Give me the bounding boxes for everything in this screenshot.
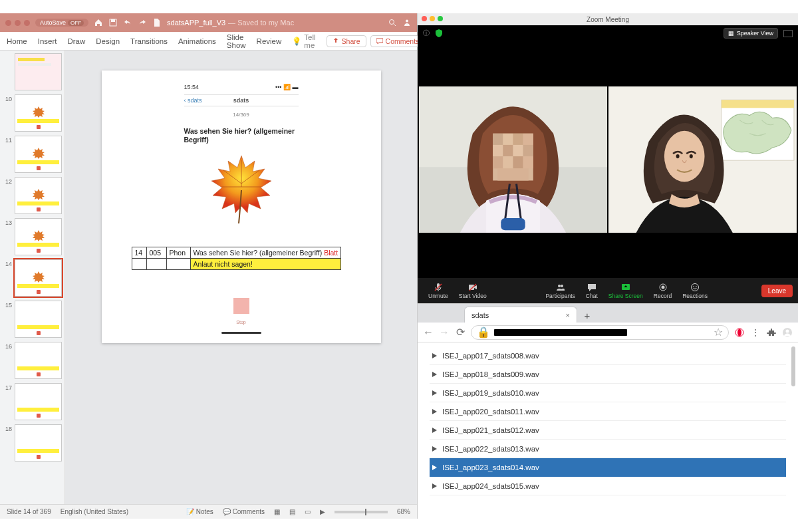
comments-button[interactable]: Comments bbox=[370, 35, 426, 47]
svg-point-4 bbox=[406, 20, 408, 23]
lock-icon: 🔒 bbox=[477, 326, 490, 338]
profile-icon[interactable] bbox=[782, 327, 793, 338]
play-icon bbox=[432, 483, 437, 489]
thumbnail[interactable]: 18 bbox=[3, 424, 62, 462]
participant-video-1[interactable] bbox=[419, 86, 607, 233]
question-text: Was sehen Sie hier? (allgemeiner Begriff… bbox=[184, 127, 299, 144]
nav-forward-icon[interactable]: → bbox=[439, 327, 450, 338]
slide-thumbnails[interactable]: 101112131415161718 bbox=[0, 51, 65, 504]
zoom-top-bar: ⓘ ▦ Speaker View bbox=[418, 25, 798, 41]
svg-rect-13 bbox=[503, 145, 513, 156]
file-row[interactable]: ISEJ_app017_sdats008.wav bbox=[430, 346, 786, 365]
svg-point-32 bbox=[558, 285, 561, 287]
file-row[interactable]: ISEJ_app023_sdats014.wav bbox=[430, 458, 786, 477]
reload-icon[interactable]: ⟳ bbox=[455, 327, 466, 338]
document-title: sdatsAPP_full_V3 — Saved to my Mac bbox=[167, 19, 294, 27]
ppt-status-bar: Slide 14 of 369 English (United States) … bbox=[0, 504, 417, 519]
fullscreen-icon[interactable] bbox=[783, 30, 793, 37]
mac-traffic-lights[interactable] bbox=[5, 20, 30, 26]
tab-transitions[interactable]: Transitions bbox=[130, 37, 168, 45]
tab-animations[interactable]: Animations bbox=[178, 37, 216, 45]
view-normal-icon[interactable]: ▦ bbox=[274, 508, 280, 515]
share-screen-button[interactable]: Share Screen bbox=[603, 283, 648, 299]
file-list[interactable]: ISEJ_app017_sdats008.wavISEJ_app018_sdat… bbox=[418, 342, 798, 519]
leave-button[interactable]: Leave bbox=[761, 285, 793, 297]
reactions-button[interactable]: Reactions bbox=[677, 283, 713, 299]
tab-design[interactable]: Design bbox=[96, 37, 120, 45]
view-sorter-icon[interactable]: ▤ bbox=[289, 508, 295, 515]
nav-back-icon[interactable]: ← bbox=[423, 327, 434, 338]
svg-rect-21 bbox=[501, 218, 525, 230]
play-icon bbox=[432, 390, 437, 396]
zoom-value[interactable]: 68% bbox=[397, 508, 410, 515]
info-icon[interactable]: ⓘ bbox=[423, 29, 430, 38]
file-row[interactable]: ISEJ_app024_sdats015.wav bbox=[430, 477, 786, 495]
thumbnail[interactable] bbox=[3, 53, 62, 90]
presenter-icon[interactable] bbox=[402, 18, 412, 27]
chat-button[interactable]: Chat bbox=[581, 283, 603, 299]
thumbnail[interactable]: 14 bbox=[3, 259, 62, 297]
slide-editor[interactable]: 15:54 ••• 📶 ▬ ‹ sdats sdats 14/369 Was s… bbox=[65, 51, 417, 504]
zoom-toolbar: Unmute Start Video Participants Chat Sha… bbox=[418, 278, 798, 303]
view-reading-icon[interactable]: ▭ bbox=[305, 508, 311, 515]
stop-button bbox=[233, 298, 249, 314]
undo-icon[interactable] bbox=[123, 18, 132, 27]
star-icon[interactable]: ☆ bbox=[714, 326, 723, 338]
svg-point-33 bbox=[561, 285, 563, 287]
thumbnail[interactable]: 15 bbox=[3, 301, 62, 338]
maple-leaf-image bbox=[205, 150, 278, 230]
unmute-button[interactable]: Unmute bbox=[423, 283, 454, 299]
tell-me[interactable]: 💡 Tell me bbox=[292, 33, 315, 49]
extensions-icon[interactable] bbox=[766, 327, 777, 338]
view-slideshow-icon[interactable]: ▶ bbox=[320, 508, 325, 515]
zoom-slider[interactable] bbox=[334, 511, 388, 513]
file-row[interactable]: ISEJ_app022_sdats013.wav bbox=[430, 440, 786, 458]
file-row[interactable]: ISEJ_app021_sdats012.wav bbox=[430, 421, 786, 440]
thumbnail[interactable]: 10 bbox=[3, 94, 62, 132]
svg-rect-18 bbox=[513, 156, 523, 168]
svg-rect-10 bbox=[513, 134, 523, 145]
speaker-view-button[interactable]: ▦ Speaker View bbox=[724, 28, 778, 39]
tab-slideshow[interactable]: Slide Show bbox=[227, 33, 246, 49]
start-video-button[interactable]: Start Video bbox=[454, 283, 492, 299]
notes-toggle[interactable]: 📝 Notes bbox=[186, 508, 213, 515]
menu-icon[interactable]: ⋮ bbox=[750, 327, 761, 338]
svg-point-38 bbox=[693, 286, 694, 287]
thumbnail[interactable]: 16 bbox=[3, 342, 62, 379]
tab-draw[interactable]: Draw bbox=[67, 37, 85, 45]
opera-icon[interactable] bbox=[734, 327, 745, 338]
participant-video-2[interactable] bbox=[608, 86, 797, 233]
omnibox[interactable]: 🔒 ☆ bbox=[471, 325, 729, 340]
close-tab-icon[interactable]: × bbox=[566, 311, 570, 319]
home-icon[interactable] bbox=[94, 18, 103, 27]
share-button[interactable]: Share bbox=[327, 35, 366, 47]
new-tab-button[interactable]: + bbox=[580, 308, 595, 323]
record-button[interactable]: Record bbox=[648, 283, 677, 299]
tab-review[interactable]: Review bbox=[257, 37, 282, 45]
thumbnail[interactable]: 12 bbox=[3, 177, 62, 214]
browser-tab[interactable]: sdats × bbox=[464, 307, 577, 323]
file-row[interactable]: ISEJ_app018_sdats009.wav bbox=[430, 365, 786, 384]
thumbnail[interactable]: 17 bbox=[3, 383, 62, 420]
language-indicator[interactable]: English (United States) bbox=[61, 508, 128, 515]
file-name: ISEJ_app018_sdats009.wav bbox=[442, 370, 539, 378]
save-icon[interactable] bbox=[108, 18, 118, 27]
participants-button[interactable]: Participants bbox=[540, 283, 580, 299]
redo-icon[interactable] bbox=[138, 18, 147, 27]
svg-rect-20 bbox=[497, 168, 528, 180]
tab-insert[interactable]: Insert bbox=[38, 37, 57, 45]
search-icon[interactable] bbox=[388, 18, 397, 27]
svg-point-36 bbox=[661, 285, 664, 289]
tab-home[interactable]: Home bbox=[7, 37, 27, 45]
thumbnail[interactable]: 13 bbox=[3, 218, 62, 255]
comments-toggle[interactable]: 💬 Comments bbox=[223, 508, 265, 515]
file-row[interactable]: ISEJ_app019_sdats010.wav bbox=[430, 384, 786, 402]
autosave-toggle[interactable]: AutoSave OFF bbox=[35, 19, 88, 27]
tab-title: sdats bbox=[471, 311, 489, 319]
scrollbar[interactable] bbox=[791, 346, 795, 386]
encryption-icon[interactable] bbox=[435, 29, 443, 37]
phone-status-bar: 15:54 ••• 📶 ▬ bbox=[184, 84, 299, 90]
file-row[interactable]: ISEJ_app020_sdats011.wav bbox=[430, 402, 786, 421]
thumbnail[interactable]: 11 bbox=[3, 136, 62, 173]
mac-traffic-lights[interactable] bbox=[422, 16, 443, 21]
